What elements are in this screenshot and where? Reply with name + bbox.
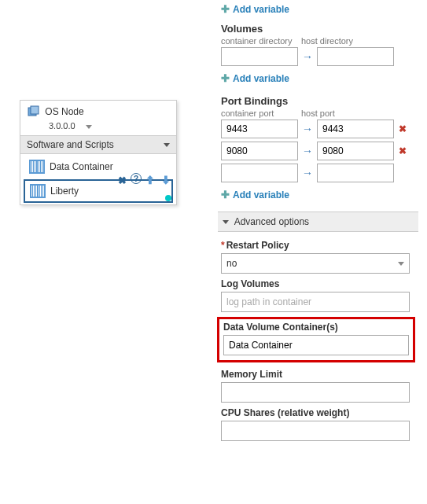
port-row: → ✖ bbox=[221, 120, 415, 138]
volume-row: → bbox=[221, 47, 415, 66]
server-icon bbox=[27, 105, 39, 118]
cpu-shares-label: CPU Shares (relative weight) bbox=[221, 407, 415, 418]
container-port-label: container port bbox=[221, 109, 298, 118]
os-node-card: OS Node 3.0.0.0 Software and Scripts Dat… bbox=[20, 100, 177, 205]
volumes-sublabels: container directory host directory bbox=[221, 36, 415, 46]
software-item-label: Liberty bbox=[50, 186, 79, 197]
software-scripts-label: Software and Scripts bbox=[27, 139, 114, 150]
add-variable-link[interactable]: ✚ Add variable bbox=[221, 0, 289, 18]
host-dir-label: host directory bbox=[301, 36, 353, 46]
os-node-title: OS Node bbox=[45, 106, 83, 117]
port-row: → ✖ bbox=[221, 142, 415, 160]
port-bindings-section: Port Bindings container port host port →… bbox=[221, 95, 415, 204]
volumes-section: Volumes container directory host directo… bbox=[221, 23, 415, 87]
ports-title: Port Bindings bbox=[221, 95, 415, 107]
software-item-label: Data Container bbox=[50, 161, 113, 172]
os-version-text: 3.0.0.0 bbox=[49, 121, 75, 131]
status-dot-icon bbox=[165, 195, 171, 201]
ports-sublabels: container port host port bbox=[221, 109, 415, 118]
host-port-input[interactable] bbox=[317, 142, 394, 160]
port-row: → bbox=[221, 164, 415, 182]
restart-policy-select[interactable]: no bbox=[221, 253, 410, 274]
memory-limit-label: Memory Limit bbox=[221, 369, 415, 380]
container-port-input[interactable] bbox=[221, 164, 298, 182]
container-icon bbox=[29, 160, 45, 174]
add-variable-label: Add variable bbox=[233, 73, 289, 84]
chevron-down-icon bbox=[398, 262, 404, 266]
volumes-title: Volumes bbox=[221, 23, 415, 35]
software-scripts-header[interactable]: Software and Scripts bbox=[20, 135, 176, 154]
data-volume-containers-input[interactable] bbox=[223, 335, 409, 355]
move-up-icon[interactable]: ⬆ bbox=[143, 173, 157, 187]
container-icon bbox=[30, 184, 46, 198]
restart-policy-label: *Restart Policy bbox=[221, 240, 415, 251]
item-action-bar: ✖ ? ⬆ ⬇ bbox=[115, 173, 173, 187]
chevron-down-icon bbox=[223, 220, 229, 224]
memory-limit-input[interactable] bbox=[221, 382, 410, 403]
container-dir-input[interactable] bbox=[221, 47, 298, 66]
host-port-input[interactable] bbox=[317, 120, 394, 138]
data-volume-containers-label: Data Volume Container(s) bbox=[223, 322, 409, 333]
restart-policy-value: no bbox=[226, 258, 237, 269]
container-port-input[interactable] bbox=[221, 120, 298, 138]
properties-panel: ✚ Add variable Volumes container directo… bbox=[218, 0, 425, 441]
add-variable-label: Add variable bbox=[233, 189, 289, 200]
delete-icon[interactable]: ✖ bbox=[115, 173, 129, 187]
advanced-options-label: Advanced options bbox=[234, 216, 309, 227]
container-dir-label: container directory bbox=[221, 36, 298, 46]
host-port-label: host port bbox=[301, 109, 335, 118]
arrow-right-icon: → bbox=[301, 123, 314, 135]
arrow-right-icon: → bbox=[301, 50, 314, 63]
container-port-input[interactable] bbox=[221, 142, 298, 160]
add-variable-label: Add variable bbox=[233, 4, 289, 15]
plus-icon: ✚ bbox=[221, 72, 230, 84]
data-volume-containers-highlight: Data Volume Container(s) bbox=[217, 317, 415, 362]
delete-row-icon[interactable]: ✖ bbox=[399, 123, 407, 134]
help-icon[interactable]: ? bbox=[131, 173, 142, 184]
move-down-icon[interactable]: ⬇ bbox=[159, 173, 173, 187]
delete-row-icon[interactable]: ✖ bbox=[399, 145, 407, 156]
chevron-down-icon bbox=[164, 143, 170, 147]
chevron-down-icon bbox=[86, 125, 92, 129]
plus-icon: ✚ bbox=[221, 189, 230, 200]
svg-rect-1 bbox=[31, 106, 39, 114]
arrow-right-icon: → bbox=[301, 145, 314, 157]
software-list: Data Container ✖ ? ⬆ ⬇ Liberty bbox=[20, 156, 176, 203]
required-asterisk: * bbox=[221, 240, 225, 251]
log-volumes-input[interactable] bbox=[221, 292, 410, 312]
plus-icon: ✚ bbox=[221, 3, 230, 15]
cpu-shares-input[interactable] bbox=[221, 421, 410, 441]
add-variable-link[interactable]: ✚ Add variable bbox=[221, 186, 289, 204]
add-variable-link[interactable]: ✚ Add variable bbox=[221, 69, 289, 87]
advanced-options-header[interactable]: Advanced options bbox=[218, 212, 418, 232]
log-volumes-label: Log Volumes bbox=[221, 278, 415, 289]
arrow-right-icon: → bbox=[301, 167, 314, 179]
os-version-row[interactable]: 3.0.0.0 bbox=[20, 121, 176, 135]
host-dir-input[interactable] bbox=[317, 47, 394, 66]
os-node-header: OS Node bbox=[20, 101, 176, 121]
host-port-input[interactable] bbox=[317, 164, 394, 182]
